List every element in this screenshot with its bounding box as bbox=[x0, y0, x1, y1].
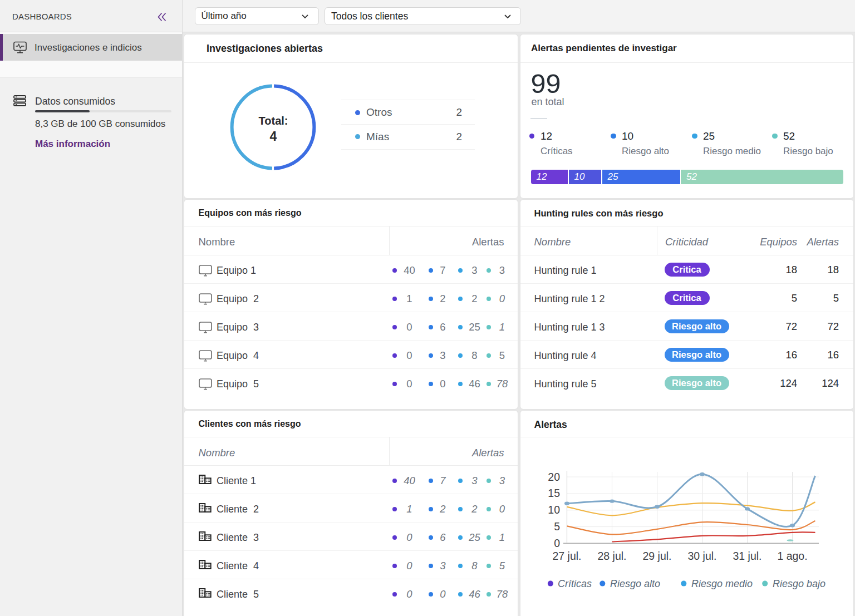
svg-text:31 jul.: 31 jul. bbox=[733, 550, 761, 562]
svg-text:15: 15 bbox=[548, 487, 560, 499]
svg-text:Riesgo bajo: Riesgo bajo bbox=[773, 578, 825, 589]
svg-text:10: 10 bbox=[548, 504, 560, 516]
svg-text:1 ago.: 1 ago. bbox=[777, 550, 807, 562]
svg-text:Riesgo alto: Riesgo alto bbox=[610, 578, 660, 589]
svg-text:30 jul.: 30 jul. bbox=[687, 550, 716, 562]
svg-text:Riesgo medio: Riesgo medio bbox=[691, 578, 753, 589]
svg-text:5: 5 bbox=[554, 520, 560, 533]
svg-text:27 jul.: 27 jul. bbox=[552, 550, 581, 562]
svg-text:20: 20 bbox=[548, 471, 560, 483]
svg-text:0: 0 bbox=[554, 537, 560, 549]
svg-text:Críticas: Críticas bbox=[558, 578, 592, 589]
svg-text:29 jul.: 29 jul. bbox=[642, 550, 671, 562]
svg-text:28 jul.: 28 jul. bbox=[597, 550, 626, 562]
